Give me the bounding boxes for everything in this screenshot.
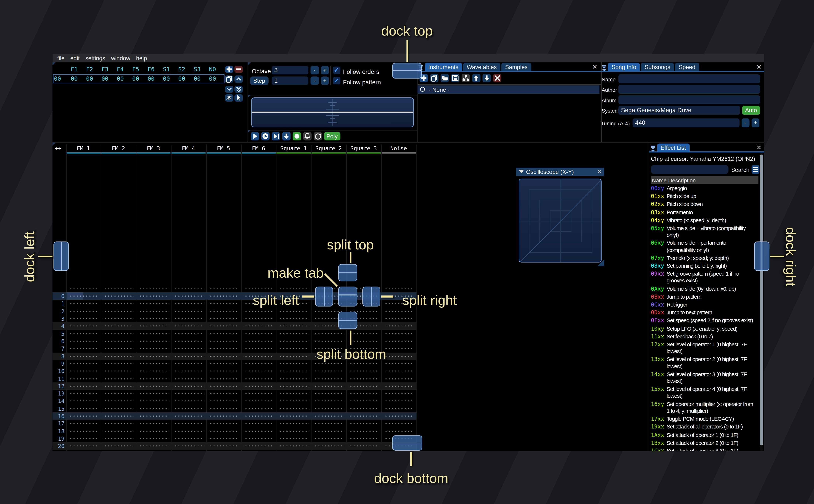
pattern-cell[interactable] xyxy=(208,345,239,352)
pattern-cell[interactable] xyxy=(348,375,379,382)
pattern-cell[interactable] xyxy=(173,450,204,451)
pattern-cell[interactable] xyxy=(173,435,204,442)
effect-row[interactable]: 0DxxJump to next pattern xyxy=(651,309,755,317)
panel-separator[interactable] xyxy=(649,143,649,451)
pattern-cell[interactable] xyxy=(348,390,379,397)
menu-item-window[interactable]: window xyxy=(111,55,130,61)
pattern-cell[interactable] xyxy=(68,375,99,382)
pattern-cell[interactable] xyxy=(173,345,204,352)
pattern-cell[interactable] xyxy=(103,315,134,322)
play-button[interactable] xyxy=(250,132,259,140)
pattern-cell[interactable] xyxy=(68,442,99,450)
no-jump-button[interactable]: S xyxy=(225,94,233,101)
tab-subsongs[interactable]: Subsongs xyxy=(641,63,674,71)
pattern-cell[interactable] xyxy=(103,345,134,352)
pattern-cell[interactable] xyxy=(383,367,414,375)
pattern-cell[interactable] xyxy=(278,285,309,292)
pattern-cell[interactable] xyxy=(68,390,99,397)
effect-row[interactable]: 0BxxJump to pattern xyxy=(651,293,755,301)
pattern-cell[interactable] xyxy=(383,337,414,345)
orders-channel-header[interactable]: F5 xyxy=(128,66,143,73)
pattern-cell[interactable] xyxy=(68,412,99,420)
pattern-cell[interactable] xyxy=(103,352,134,360)
make-tab-button[interactable] xyxy=(338,287,357,307)
pattern-cell[interactable] xyxy=(313,427,344,435)
move-up-button[interactable] xyxy=(472,74,480,82)
pattern-cell[interactable] xyxy=(243,367,274,375)
auto-tuning-button[interactable]: Auto xyxy=(742,106,760,115)
pattern-cell[interactable] xyxy=(383,352,414,360)
play-row-button[interactable] xyxy=(271,132,280,140)
save-instrument-button[interactable] xyxy=(451,74,460,82)
pattern-row[interactable]: 20 xyxy=(53,442,416,450)
pattern-cell[interactable] xyxy=(278,352,309,360)
pattern-cell[interactable] xyxy=(313,330,344,337)
pattern-cell[interactable] xyxy=(173,375,204,382)
orders-channel-header[interactable]: F3 xyxy=(97,66,113,73)
pattern-cell[interactable] xyxy=(348,397,379,405)
pattern-cell[interactable] xyxy=(138,352,169,360)
oscilloscope-titlebar[interactable]: Oscilloscope (X-Y) ✕ xyxy=(516,168,604,176)
pattern-cell[interactable] xyxy=(348,330,379,337)
pattern-cell[interactable] xyxy=(313,382,344,390)
pattern-cell[interactable] xyxy=(103,330,134,337)
pattern-cell[interactable] xyxy=(243,375,274,382)
chevron-up-button[interactable] xyxy=(234,76,242,83)
effect-row[interactable]: 19xxSet attack of all operators (0 to 1F… xyxy=(651,423,755,431)
pattern-cell[interactable] xyxy=(208,375,239,382)
pattern-cell[interactable] xyxy=(138,285,169,292)
split-left-button[interactable] xyxy=(315,287,333,307)
pattern-cell[interactable] xyxy=(103,382,134,390)
pattern-cell[interactable] xyxy=(383,315,414,322)
channel-header-fm-1[interactable]: FM 1 xyxy=(66,145,101,151)
pattern-cell[interactable] xyxy=(138,427,169,435)
pattern-cell[interactable] xyxy=(278,397,309,405)
pattern-cell[interactable] xyxy=(173,367,204,375)
follow-orders-checkbox[interactable]: ✓ xyxy=(333,67,340,74)
pattern-cell[interactable] xyxy=(173,390,204,397)
close-icon[interactable]: ✕ xyxy=(756,64,762,70)
pattern-cell[interactable] xyxy=(173,405,204,412)
effect-row[interactable]: 1AxxSet attack of operator 1 (0 to 1F) xyxy=(651,431,755,439)
channel-header-square-2[interactable]: Square 2 xyxy=(311,145,346,151)
orders-cell[interactable]: 00 xyxy=(66,76,82,82)
add-channel-button[interactable]: ++ xyxy=(55,145,62,152)
orders-cell[interactable]: 00 xyxy=(128,76,143,82)
channel-header-square-3[interactable]: Square 3 xyxy=(346,145,381,151)
pattern-cell[interactable] xyxy=(68,292,99,300)
pattern-cell[interactable] xyxy=(138,322,169,330)
plus-button[interactable] xyxy=(225,66,233,73)
pattern-cell[interactable] xyxy=(278,360,309,367)
duplicate-button[interactable] xyxy=(225,76,233,83)
pattern-cell[interactable] xyxy=(68,360,99,367)
pattern-cell[interactable] xyxy=(243,337,274,345)
pattern-cell[interactable] xyxy=(278,390,309,397)
scrollbar-track[interactable] xyxy=(760,153,763,451)
channel-header-fm-3[interactable]: FM 3 xyxy=(136,145,171,151)
pattern-cell[interactable] xyxy=(173,442,204,450)
effect-row[interactable]: 06xyVolume slide + portamento (compatibi… xyxy=(651,239,755,254)
pattern-cell[interactable] xyxy=(103,397,134,405)
pattern-row[interactable]: 2 xyxy=(53,307,416,315)
pattern-cell[interactable] xyxy=(208,285,239,292)
orders-cell[interactable]: 00 xyxy=(205,76,220,82)
effect-row[interactable]: 0AxyVolume slide (0y: down; x0: up) xyxy=(651,285,755,293)
pattern-cell[interactable] xyxy=(138,450,169,451)
pattern-cell[interactable] xyxy=(68,345,99,352)
pattern-cell[interactable] xyxy=(383,420,414,427)
pattern-cell[interactable] xyxy=(313,412,344,420)
panel-separator[interactable] xyxy=(601,62,601,142)
pattern-cell[interactable] xyxy=(208,427,239,435)
pattern-cell[interactable] xyxy=(68,405,99,412)
pattern-cell[interactable] xyxy=(138,435,169,442)
orders-channel-header[interactable]: S1 xyxy=(158,66,174,73)
effect-row[interactable]: 15xxSet level of operator 4 (0 highest, … xyxy=(651,385,755,400)
minus-button[interactable] xyxy=(234,66,242,73)
pattern-cell[interactable] xyxy=(68,367,99,375)
pattern-cell[interactable] xyxy=(208,292,239,300)
pattern-row[interactable]: 11 xyxy=(53,375,416,382)
pattern-cell[interactable] xyxy=(173,412,204,420)
pattern-cell[interactable] xyxy=(208,420,239,427)
pattern-row[interactable]: 3 xyxy=(53,315,416,322)
dock-right-button[interactable] xyxy=(754,242,769,271)
